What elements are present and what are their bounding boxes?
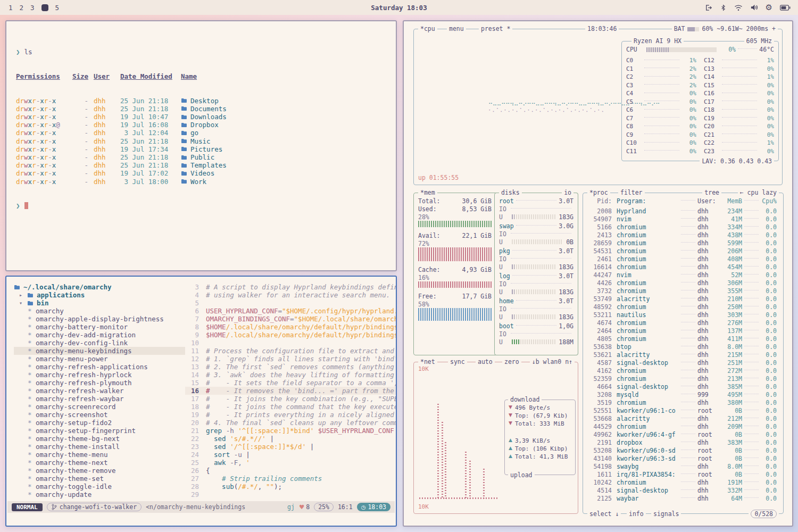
cpu-temperature: 46°C: [759, 46, 774, 53]
process-row[interactable]: 53638btopdhh8.0M0.0: [587, 343, 777, 351]
script-file-icon: *: [28, 483, 32, 491]
cpu-core-C2: C22%: [626, 73, 696, 81]
folder-icon: [14, 285, 20, 290]
tree-item-omarchy-theme-install[interactable]: *omarchy-theme-install: [14, 443, 185, 451]
tab-auto[interactable]: auto: [476, 358, 495, 365]
code-line-19: 19# - It prints everything in a nicely a…: [185, 411, 396, 419]
process-row[interactable]: 4674chromiumdhh276M0.0: [587, 319, 777, 327]
process-row[interactable]: 44529chromiumdhh209M0.0: [587, 422, 777, 430]
process-row[interactable]: 52359chromiumdhh213M0.0: [587, 375, 777, 383]
cpu-core-C16: C160%: [704, 89, 774, 98]
process-row[interactable]: 4426chromiumdhh306M0.0: [587, 279, 777, 287]
tree-item-omarchy[interactable]: *omarchy: [14, 307, 185, 315]
network-box: *net sync auto zero ↓b wlan0 n↑ 10K 10K …: [413, 362, 578, 514]
tab-proc[interactable]: *proc: [587, 189, 610, 196]
terminal-window[interactable]: ❯ ls Permissions Size User Date Modified…: [5, 20, 397, 271]
tree-item-omarchy-dev-config-link[interactable]: *omarchy-dev-config-link: [14, 339, 185, 347]
process-row[interactable]: 53749alacrittydhh210M0.0: [587, 295, 777, 303]
tab-sync[interactable]: sync: [448, 358, 467, 365]
tree-item-bin[interactable]: ▾bin: [14, 299, 185, 307]
button-select[interactable]: select ↓: [587, 510, 621, 518]
btop-window[interactable]: *cpu menu preset * 18:03:46 BAT60% ~9.61…: [403, 20, 793, 527]
process-row[interactable]: 52551kworker/u96:1-coroot0B0.0: [587, 406, 777, 414]
process-row[interactable]: 2191dropboxdhh383M0.0: [587, 438, 777, 446]
tree-item-omarchy-screenrecord[interactable]: *omarchy-screenrecord: [14, 403, 185, 411]
tree-item-omarchy-theme-menu[interactable]: *omarchy-theme-menu: [14, 451, 185, 459]
tree-item-omarchy-theme-set[interactable]: *omarchy-theme-set: [14, 475, 185, 483]
tree-item-omarchy-setup-fingerprint[interactable]: *omarchy-setup-fingerprint: [14, 427, 185, 435]
tree-item-omarchy-setup-fido2[interactable]: *omarchy-setup-fido2: [14, 419, 185, 427]
process-row[interactable]: 4587signal-desktopdhh251M0.0: [587, 359, 777, 367]
network-interface[interactable]: ↓b wlan0 n↑: [530, 358, 575, 365]
process-row[interactable]: 54907nvimdhh41M0.0: [587, 215, 777, 223]
button-signals[interactable]: signals: [651, 510, 681, 518]
tree-item-omarchy-refresh-waybar[interactable]: *omarchy-refresh-waybar: [14, 395, 185, 403]
tab-zero[interactable]: zero: [502, 358, 521, 365]
tab-filter[interactable]: filter: [618, 189, 645, 196]
tree-item-omarchy-theme-bg-next[interactable]: *omarchy-theme-bg-next: [14, 435, 185, 443]
process-row[interactable]: 53668alacrittydhh212M0.0: [587, 414, 777, 422]
process-row[interactable]: 5166chromiumdhh334M0.0: [587, 223, 777, 231]
process-row[interactable]: 3208mysqld999495M0.0: [587, 390, 777, 398]
tab-cpu-lazy[interactable]: ← cpu lazy: [738, 189, 779, 196]
process-row[interactable]: 3732chromiumdhh355M0.0: [587, 287, 777, 295]
tree-item-omarchy-screenshot[interactable]: *omarchy-screenshot: [14, 411, 185, 419]
tree-item-omarchy-refresh-hyprlock[interactable]: *omarchy-refresh-hyprlock: [14, 371, 185, 379]
tree-item-omarchy-apple-display-brightness[interactable]: *omarchy-apple-display-brightness: [14, 315, 185, 323]
process-row[interactable]: 2125waybardhh64M0.0: [587, 494, 777, 502]
button-info[interactable]: info: [627, 510, 646, 518]
process-row[interactable]: 16614chromiumdhh454M0.0: [587, 263, 777, 271]
tree-item-omarchy-toggle-idle[interactable]: *omarchy-toggle-idle: [14, 483, 185, 491]
process-row[interactable]: 48592chromiumdhh250M0.0: [587, 303, 777, 311]
tree-item-omarchy-theme-remove[interactable]: *omarchy-theme-remove: [14, 467, 185, 475]
tree-item-omarchy-battery-monitor[interactable]: *omarchy-battery-monitor: [14, 323, 185, 331]
process-row[interactable]: 2464chromiumdhh137M0.0: [587, 327, 777, 335]
process-row[interactable]: 49962kworker/u96:4-gfroot0B0.0: [587, 430, 777, 438]
process-row[interactable]: 54198swaybgdhh8.0M0.0: [587, 462, 777, 470]
mem-total: Total:30,6 GiB: [418, 197, 492, 205]
pomodoro-count: 8: [306, 503, 310, 511]
file-row: drwxr-xr-x-dhh25 Jun 21:18Templates: [16, 161, 396, 169]
tree-item-omarchy-dev-add-migration[interactable]: *omarchy-dev-add-migration: [14, 331, 185, 339]
tab-tree[interactable]: tree: [702, 189, 721, 196]
tree-item-applications[interactable]: ▸applications: [14, 291, 185, 299]
process-row[interactable]: 54531chromiumdhh206M0.0: [587, 247, 777, 255]
tree-item-omarchy-update[interactable]: *omarchy-update: [14, 491, 185, 498]
tab-io[interactable]: io: [562, 189, 573, 196]
tree-item-omarchy-menu-keybindings[interactable]: *omarchy-menu-keybindings: [14, 347, 185, 355]
terminal-prompt-line[interactable]: ❯: [16, 202, 396, 210]
tree-item-omarchy-refresh-walker[interactable]: *omarchy-refresh-walker: [14, 387, 185, 395]
tab-mem[interactable]: *mem: [418, 189, 437, 196]
file-path: <n/omarchy-menu-keybindings: [146, 503, 245, 511]
process-row[interactable]: 4162chromiumdhh272M0.0: [587, 367, 777, 375]
tree-item-omarchy-refresh-applications[interactable]: *omarchy-refresh-applications: [14, 363, 185, 371]
process-row[interactable]: 4664signal-desktopdhh385M0.0: [587, 383, 777, 390]
tab-disks[interactable]: disks: [499, 189, 522, 196]
process-row[interactable]: 10242chromiumdhh191M0.0: [587, 478, 777, 486]
process-row[interactable]: 4514signal-desktopdhh332M0.0: [587, 486, 777, 494]
downloads-folder-icon: [181, 114, 187, 120]
process-row[interactable]: 3519chromiumdhh380M0.0: [587, 398, 777, 406]
tree-root[interactable]: ~/.local/share/omarchy: [14, 283, 185, 291]
tab-net[interactable]: *net: [418, 358, 437, 365]
process-row[interactable]: 53211nautilusdhh303M0.0: [587, 311, 777, 319]
process-row[interactable]: 28659chromiumdhh599M0.0: [587, 239, 777, 247]
process-row[interactable]: 2461chromiumdhh408M0.0: [587, 255, 777, 263]
tab-preset[interactable]: preset *: [479, 25, 512, 32]
tree-item-omarchy-refresh-plymouth[interactable]: *omarchy-refresh-plymouth: [14, 379, 185, 387]
cpu-model: Ryzen AI 9 HX: [631, 37, 684, 45]
code-editor-panel[interactable]: 3# A script to display Hyprland keybindi…: [185, 277, 396, 500]
process-row[interactable]: 53621alacrittydhh215M0.0: [587, 351, 777, 359]
tree-item-omarchy-menu-power[interactable]: *omarchy-menu-power: [14, 355, 185, 363]
process-row[interactable]: 43140kworker/u96:3-sdroot0B0.0: [587, 454, 777, 462]
process-row[interactable]: 2008Hyprlanddhh234M0.0: [587, 207, 777, 215]
tab-menu[interactable]: menu: [447, 25, 466, 32]
process-row[interactable]: 4805chromiumdhh411M0.0: [587, 335, 777, 343]
tree-item-omarchy-theme-next[interactable]: *omarchy-theme-next: [14, 459, 185, 467]
process-row[interactable]: 2413chromiumdhh438M0.0: [587, 231, 777, 239]
neovim-window[interactable]: ~/.local/share/omarchy ▸applications▾bin…: [5, 276, 397, 527]
process-row[interactable]: 44247nvimdhh52M0.0: [587, 271, 777, 279]
tab-cpu[interactable]: *cpu: [418, 25, 437, 32]
process-row[interactable]: 53208kworker/u96:0-sdroot0B0.0: [587, 446, 777, 454]
process-row[interactable]: 1611irq/81-PIXA3854:root0B0.0: [587, 470, 777, 478]
